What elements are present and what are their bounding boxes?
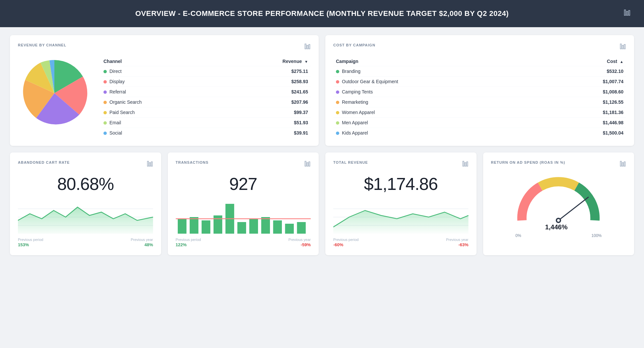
abandoned-cart-prev-period-label: Previous period	[18, 238, 43, 242]
cost-campaign-cell: Women Apparel	[333, 107, 545, 118]
revenue-table-row: Referral $241.65	[101, 87, 311, 97]
cost-campaign-cell: Kids Apparel	[333, 128, 545, 138]
svg-rect-6	[620, 44, 621, 49]
svg-rect-18	[177, 219, 186, 234]
pie-chart	[18, 57, 91, 130]
svg-rect-36	[620, 161, 621, 166]
transactions-prev-period: Previous period 122%	[176, 238, 201, 247]
bottom-row: ABANDONED CART RATE 80.68%	[10, 152, 634, 255]
transactions-icon[interactable]	[304, 160, 311, 169]
total-revenue-icon[interactable]	[462, 160, 469, 169]
cost-by-campaign-card: COST BY CAMPAIGN Campaign Cost ▲	[325, 35, 634, 146]
campaign-col-header: Campaign	[333, 57, 545, 66]
cost-campaign-cell: Remarketing	[333, 97, 545, 107]
abandoned-cart-prev-year-label: Previous year	[131, 238, 153, 242]
svg-rect-0	[624, 10, 626, 16]
abandoned-cart-icon[interactable]	[147, 160, 153, 169]
roas-value: 1,446%	[545, 223, 568, 238]
roas-card: RETURN ON AD SPEND (ROAS IN %)	[483, 152, 634, 255]
cost-sort-up-icon[interactable]: ▲	[620, 60, 623, 64]
total-revenue-prev-year-value: -63%	[458, 242, 468, 247]
total-revenue-prev-period-label: Previous period	[333, 238, 358, 242]
revenue-table-row: Paid Search $99.37	[101, 107, 311, 118]
top-row: REVENUE BY CHANNEL	[10, 35, 634, 146]
total-revenue-footer: Previous period -60% Previous year -63%	[333, 238, 469, 247]
cost-value-cell: $1,446.98	[545, 118, 626, 128]
transactions-chart	[176, 201, 311, 234]
svg-rect-38	[624, 162, 625, 166]
cost-col-header: Cost ▲	[545, 57, 626, 66]
revenue-channel-cell: Display	[101, 77, 224, 87]
revenue-value-cell: $99.37	[224, 107, 311, 118]
revenue-value-cell: $51.93	[224, 118, 311, 128]
transactions-title: TRANSACTIONS	[176, 160, 209, 164]
svg-rect-11	[151, 162, 152, 166]
abandoned-cart-prev-period-value: 153%	[18, 242, 29, 247]
revenue-card-header: REVENUE BY CHANNEL	[18, 43, 311, 51]
sort-down-icon[interactable]: ▼	[304, 60, 308, 64]
revenue-by-channel-card: REVENUE BY CHANNEL	[10, 35, 319, 146]
total-revenue-title: TOTAL REVENUE	[333, 160, 368, 164]
transactions-prev-period-value: 122%	[176, 242, 187, 247]
revenue-table-row: Social $39.91	[101, 128, 311, 138]
abandoned-cart-title: ABANDONED CART RATE	[18, 160, 70, 164]
revenue-chart-icon[interactable]	[304, 43, 311, 51]
svg-rect-24	[249, 219, 258, 234]
revenue-value-cell: $275.11	[224, 66, 311, 77]
abandoned-cart-prev-period: Previous period 153%	[18, 238, 43, 247]
abandoned-cart-prev-year: Previous year 48%	[131, 238, 153, 247]
svg-rect-1	[626, 11, 628, 15]
cost-chart-icon[interactable]	[619, 43, 626, 51]
roas-header: RETURN ON AD SPEND (ROAS IN %)	[491, 160, 626, 169]
cost-value-cell: $1,007.74	[545, 77, 626, 87]
svg-rect-27	[285, 224, 293, 234]
cost-campaign-cell: Men Apparel	[333, 118, 545, 128]
cost-card-title: COST BY CAMPAIGN	[333, 43, 375, 47]
gauge-labels: 0% 1,446% 100%	[515, 233, 602, 238]
cost-table-row: Kids Apparel $1,500.04	[333, 128, 626, 138]
cost-campaign-cell: Branding	[333, 66, 545, 77]
header-icon	[623, 9, 631, 18]
total-revenue-card: TOTAL REVENUE $1,174.86	[325, 152, 477, 255]
svg-rect-19	[189, 217, 198, 234]
transactions-prev-year: Previous year -59%	[289, 238, 311, 247]
cost-campaign-cell: Camping Tents	[333, 87, 545, 97]
page-header: OVERVIEW - E-COMMERCE STORE PERFORMANCE …	[0, 0, 644, 27]
svg-rect-23	[237, 222, 246, 234]
revenue-channel-cell: Social	[101, 128, 224, 138]
transactions-card: TRANSACTIONS 927	[168, 152, 319, 255]
revenue-value-cell: $241.65	[224, 87, 311, 97]
revenue-channel-cell: Direct	[101, 66, 224, 77]
transactions-prev-year-value: -59%	[301, 242, 311, 247]
revenue-table-row: Direct $275.11	[101, 66, 311, 77]
revenue-table-row: Email $51.93	[101, 118, 311, 128]
cost-value-cell: $1,500.04	[545, 128, 626, 138]
svg-rect-30	[463, 161, 464, 166]
cost-table: Campaign Cost ▲ Branding $532.10 Outdoor…	[333, 57, 626, 138]
total-revenue-prev-year-label: Previous year	[446, 238, 468, 242]
cost-value-cell: $532.10	[545, 66, 626, 77]
total-revenue-value: $1,174.86	[333, 174, 469, 194]
svg-rect-9	[147, 161, 148, 166]
revenue-value-cell: $207.96	[224, 97, 311, 107]
revenue-table: Channel Revenue ▼ Direct $275.11 Display…	[101, 57, 311, 138]
transactions-prev-year-label: Previous year	[289, 238, 311, 242]
svg-rect-37	[622, 163, 623, 166]
cost-campaign-cell: Outdoor Gear & Equipment	[333, 77, 545, 87]
svg-rect-32	[467, 162, 468, 166]
svg-rect-5	[309, 44, 310, 49]
svg-rect-17	[309, 162, 310, 166]
svg-rect-20	[201, 220, 210, 234]
revenue-channel-cell: Organic Search	[101, 97, 224, 107]
revenue-table-row: Organic Search $207.96	[101, 97, 311, 107]
revenue-channel-cell: Email	[101, 118, 224, 128]
revenue-table-row: Display $258.93	[101, 77, 311, 87]
svg-rect-16	[307, 163, 308, 166]
svg-rect-2	[629, 11, 630, 16]
total-revenue-prev-year: Previous year -63%	[446, 238, 468, 247]
svg-rect-8	[624, 44, 625, 49]
channel-col-header: Channel	[101, 57, 224, 66]
roas-icon[interactable]	[619, 160, 626, 169]
cost-table-row: Women Apparel $1,181.36	[333, 107, 626, 118]
svg-rect-4	[307, 45, 308, 49]
